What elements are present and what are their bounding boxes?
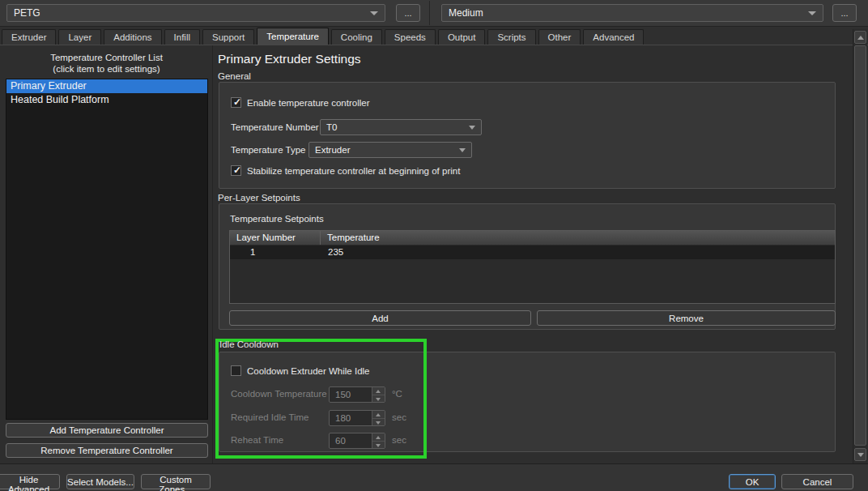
- table-row[interactable]: 1 235: [230, 246, 835, 259]
- per-layer-group-label: Per-Layer Setpoints: [218, 193, 300, 203]
- profile-select[interactable]: PETG: [6, 4, 385, 22]
- quality-select-value: Medium: [449, 7, 483, 19]
- stabilize-temperature-label: Stabilize temperature controller at begi…: [247, 166, 460, 176]
- tab-support[interactable]: Support: [202, 29, 254, 45]
- reheat-time-value: 60: [330, 433, 372, 448]
- spin-down-icon[interactable]: [372, 395, 385, 403]
- required-idle-time-unit: sec: [392, 412, 406, 422]
- quality-select[interactable]: Medium: [441, 4, 823, 22]
- spinner-buttons: [372, 433, 385, 448]
- reheat-time-unit: sec: [392, 435, 406, 445]
- controller-list-title: Temperature Controller List: [0, 53, 213, 62]
- check-icon: ✓: [233, 96, 241, 108]
- select-models-button[interactable]: Select Models...: [66, 474, 134, 489]
- quality-more-button[interactable]: ...: [832, 4, 857, 22]
- chevron-down-icon: [459, 148, 466, 152]
- cooldown-temperature-unit: °C: [392, 389, 402, 399]
- cancel-button[interactable]: Cancel: [781, 474, 853, 489]
- reheat-time-spinbox[interactable]: 60: [329, 433, 385, 449]
- required-idle-time-value: 180: [330, 411, 372, 425]
- idle-cooldown-group-label: Idle Cooldown: [219, 339, 279, 349]
- tab-speeds[interactable]: Speeds: [385, 29, 436, 45]
- idle-cooldown-groupbox: ✓ Cooldown Extruder While Idle Cooldown …: [219, 352, 836, 452]
- extruder-settings-panel: Primary Extruder Settings General ✓ Enab…: [214, 45, 853, 464]
- tab-layer[interactable]: Layer: [58, 29, 101, 45]
- temperature-type-select[interactable]: Extruder: [308, 142, 472, 158]
- tab-scripts[interactable]: Scripts: [487, 29, 535, 45]
- profile-more-button[interactable]: ...: [396, 4, 420, 22]
- scroll-up-icon[interactable]: [854, 31, 866, 44]
- custom-zones-button[interactable]: Custom Zones...: [141, 474, 211, 489]
- general-group-label: General: [218, 71, 251, 81]
- tab-additions[interactable]: Additions: [104, 29, 161, 45]
- required-idle-time-label: Required Idle Time: [231, 412, 309, 422]
- tab-advanced[interactable]: Advanced: [583, 29, 644, 45]
- spin-up-icon[interactable]: [372, 411, 385, 419]
- chevron-down-icon: [469, 126, 475, 130]
- tab-bar: Extruder Layer Additions Infill Support …: [0, 28, 852, 45]
- tab-content: Temperature Controller List (click item …: [0, 45, 868, 463]
- temperature-controller-list: Primary Extruder Heated Build Platform: [6, 79, 208, 420]
- hide-advanced-button[interactable]: Hide Advanced: [0, 474, 60, 489]
- list-item-heated-build-platform[interactable]: Heated Build Platform: [6, 93, 207, 107]
- temperature-setpoints-label: Temperature Setpoints: [230, 214, 324, 224]
- general-groupbox: ✓ Enable temperature controller Temperat…: [219, 82, 836, 189]
- list-item-primary-extruder[interactable]: Primary Extruder: [6, 79, 207, 93]
- spinner-buttons: [372, 387, 385, 402]
- temperature-number-label: Temperature Number: [231, 122, 319, 132]
- cooldown-temperature-value: 150: [330, 387, 372, 402]
- add-setpoint-button[interactable]: Add: [229, 310, 531, 326]
- tab-infill[interactable]: Infill: [164, 29, 200, 45]
- table-header: Layer Number Temperature: [230, 231, 835, 246]
- controller-list-subtitle: (click item to edit settings): [0, 64, 213, 74]
- cell-layer-number: 1: [230, 246, 321, 259]
- cooldown-temperature-label: Cooldown Temperature: [231, 389, 327, 399]
- scrollbar-thumb[interactable]: [854, 45, 866, 446]
- enable-temperature-controller-checkbox[interactable]: ✓: [231, 97, 241, 108]
- per-layer-groupbox: Temperature Setpoints Layer Number Tempe…: [219, 203, 836, 330]
- controller-list-panel: Temperature Controller List (click item …: [0, 45, 213, 464]
- cooldown-extruder-while-idle-checkbox[interactable]: ✓: [231, 365, 241, 376]
- fff-settings-dialog: PETG ... Medium ... Extruder Layer Addit…: [0, 0, 868, 491]
- tab-other[interactable]: Other: [538, 29, 581, 45]
- cell-temperature: 235: [321, 246, 835, 259]
- vertical-scrollbar[interactable]: [853, 29, 867, 463]
- add-temperature-controller-button[interactable]: Add Temperature Controller: [6, 423, 208, 438]
- temperature-type-label: Temperature Type: [231, 145, 305, 155]
- tab-output[interactable]: Output: [438, 29, 486, 45]
- spin-down-icon[interactable]: [372, 442, 385, 449]
- bottom-bar: Hide Advanced Select Models... Custom Zo…: [0, 463, 868, 491]
- reheat-time-label: Reheat Time: [231, 435, 283, 445]
- top-bar: PETG ... Medium ...: [0, 0, 868, 27]
- column-header-layer-number: Layer Number: [230, 231, 321, 245]
- enable-temperature-controller-label: Enable temperature controller: [247, 98, 370, 108]
- spin-up-icon[interactable]: [372, 387, 385, 395]
- temperature-number-select[interactable]: T0: [320, 119, 482, 135]
- profile-select-value: PETG: [14, 7, 40, 19]
- column-header-temperature: Temperature: [321, 231, 835, 245]
- temperature-number-value: T0: [326, 122, 337, 132]
- page-title: Primary Extruder Settings: [218, 52, 361, 66]
- tab-temperature[interactable]: Temperature: [257, 28, 329, 45]
- top-bar-divider: [429, 1, 430, 25]
- chevron-down-icon: [370, 11, 378, 15]
- spin-up-icon[interactable]: [372, 433, 385, 442]
- spinner-buttons: [372, 411, 385, 425]
- remove-setpoint-button[interactable]: Remove: [537, 310, 836, 326]
- cooldown-extruder-while-idle-label: Cooldown Extruder While Idle: [247, 366, 370, 376]
- ok-button[interactable]: OK: [729, 474, 776, 489]
- stabilize-temperature-checkbox[interactable]: ✓: [231, 165, 241, 176]
- scroll-down-icon[interactable]: [854, 448, 866, 461]
- check-icon: ✓: [233, 164, 241, 176]
- chevron-down-icon: [808, 11, 816, 15]
- tab-cooling[interactable]: Cooling: [331, 29, 382, 45]
- required-idle-time-spinbox[interactable]: 180: [329, 410, 385, 426]
- temperature-setpoints-table: Layer Number Temperature 1 235: [229, 230, 836, 304]
- cooldown-temperature-spinbox[interactable]: 150: [329, 386, 385, 403]
- tab-extruder[interactable]: Extruder: [2, 29, 56, 45]
- temperature-type-value: Extruder: [315, 145, 350, 155]
- spin-down-icon[interactable]: [372, 419, 385, 426]
- remove-temperature-controller-button[interactable]: Remove Temperature Controller: [6, 443, 208, 458]
